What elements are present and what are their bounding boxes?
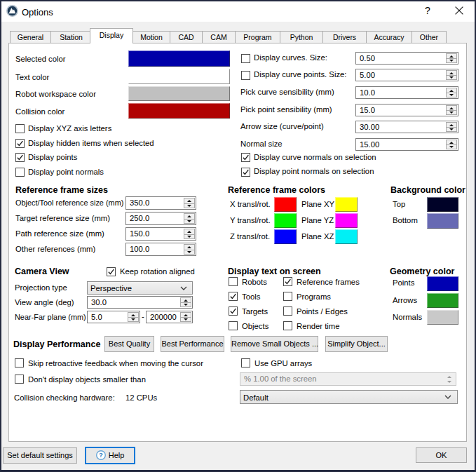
- svg-text:?: ?: [99, 451, 103, 459]
